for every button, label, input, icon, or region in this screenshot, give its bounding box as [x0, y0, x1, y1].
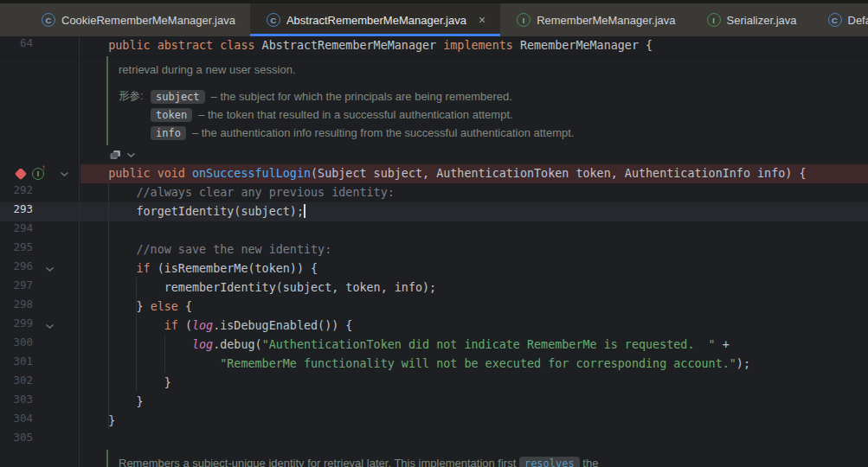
tab-label: DefaultSer: [848, 14, 868, 27]
gutter: 303: [0, 393, 80, 412]
gutter: I↑: [0, 164, 80, 183]
interface-icon: I: [707, 13, 721, 27]
code-line: 296 if (isRememberMe(token)) {: [0, 259, 868, 278]
code-line: 301 "RememberMe functionality will not b…: [0, 355, 868, 374]
gutter: 293: [0, 202, 80, 221]
code-line-text[interactable]: } else {: [80, 297, 868, 317]
gutter: 305: [0, 431, 80, 450]
javadoc-rendered-block: retrieval during a new user session. 形参:…: [106, 56, 868, 145]
line-number: 299: [13, 317, 33, 329]
code-line-text[interactable]: log.debug("AuthenticationToken did not i…: [80, 336, 868, 355]
javadoc-block-row-bottom: Remembers a subject-unique identity for …: [0, 450, 868, 467]
param-description: – the token that resulted in a successfu…: [198, 108, 513, 121]
editor-tab[interactable]: ISerializer.java: [691, 3, 812, 36]
method-breakpoint-icon[interactable]: [15, 168, 27, 180]
code-line-text[interactable]: }: [80, 374, 868, 393]
javadoc-param-row: token– the token that resulted in a succ…: [119, 106, 868, 124]
javadoc-text: the: [582, 457, 598, 467]
interface-icon: I: [517, 13, 530, 27]
code-line-text[interactable]: forgetIdentity(subject);: [80, 202, 868, 221]
code-line-text[interactable]: if (isRememberMe(token)) {: [80, 259, 868, 278]
annotation-icon[interactable]: [108, 148, 122, 162]
code-line-text[interactable]: if (log.isDebugEnabled()) {: [80, 317, 868, 336]
params-label: 形参:: [119, 89, 145, 104]
fold-chevron-icon[interactable]: [60, 171, 69, 177]
gutter: 292: [0, 183, 80, 202]
javadoc-text: Remembers a subject-unique identity for …: [119, 457, 516, 467]
indent-guide: [108, 182, 109, 429]
gutter: 297: [0, 278, 80, 297]
line-number: 294: [13, 221, 33, 234]
param-name-chip: subject: [151, 90, 205, 104]
javadoc-text: retrieval during a new user session.: [119, 61, 868, 80]
indent-guide: [164, 335, 165, 373]
gutter: 298: [0, 297, 80, 317]
gutter: 302: [0, 374, 80, 393]
param-description: – the authentication info resulting from…: [192, 126, 575, 139]
editor-tab[interactable]: CDefaultSer: [812, 3, 868, 36]
gutter: 296: [0, 259, 80, 278]
code-lines: I↑ public void onSuccessfulLogin(Subject…: [0, 164, 868, 450]
line-number: 305: [13, 431, 33, 444]
code-line-text[interactable]: public void onSuccessfulLogin(Subject su…: [80, 164, 868, 183]
code-line-text[interactable]: //always clear any previous identity:: [80, 183, 868, 202]
code-line: 293 forgetIdentity(subject);: [0, 202, 868, 221]
method-inlay-row: [80, 145, 868, 164]
text-caret: [304, 204, 305, 218]
javadoc-param-row: info– the authentication info resulting …: [119, 124, 868, 142]
code-line-text[interactable]: //now save the new identity:: [80, 240, 868, 259]
gutter: [0, 450, 80, 467]
code-line-text[interactable]: "RememberMe functionality will not be ex…: [80, 355, 868, 374]
tab-label: CookieRememberMeManager.java: [61, 14, 235, 27]
sticky-code-line[interactable]: public abstract class AbstractRememberMe…: [80, 36, 868, 55]
fold-chevron-icon[interactable]: [45, 323, 55, 329]
class-icon: C: [267, 13, 280, 27]
sticky-gutter: 64: [0, 36, 80, 55]
gutter: 300: [0, 336, 80, 355]
implements-method-icon[interactable]: I↑: [32, 168, 44, 180]
code-line: 299 if (log.isDebugEnabled()) {: [0, 317, 868, 336]
tab-label: Serializer.java: [727, 14, 797, 27]
editor-tab[interactable]: IRememberMeManager.java: [500, 3, 690, 36]
line-number: 301: [13, 355, 33, 368]
line-number: 298: [13, 297, 33, 310]
line-number: 292: [13, 183, 33, 196]
line-number: 302: [13, 374, 33, 387]
javadoc-params: 形参:subject– the subject for which the pr…: [119, 87, 868, 142]
sticky-header-line: 64 public abstract class AbstractRemembe…: [0, 36, 868, 56]
code-line-text[interactable]: [80, 221, 868, 240]
editor-tab-bar: CCookieRememberMeManager.javaCAbstractRe…: [0, 3, 868, 36]
implements-arrow-icon: ↑: [42, 163, 46, 172]
gutter-separator: [79, 36, 80, 467]
code-line: 297 rememberIdentity(subject, token, inf…: [0, 278, 868, 297]
line-number: 300: [13, 336, 33, 349]
editor-tab[interactable]: CAbstractRememberMeManager.java×: [250, 3, 500, 36]
code-line: I↑ public void onSuccessfulLogin(Subject…: [0, 164, 868, 183]
tab-label: RememberMeManager.java: [537, 14, 675, 27]
javadoc-code-link[interactable]: resolves: [519, 457, 580, 467]
active-tab-underline: [250, 34, 500, 36]
code-line: 292 //always clear any previous identity…: [0, 183, 868, 202]
editor[interactable]: retrieval during a new user session. 形参:…: [0, 56, 868, 467]
ide-window: CCookieRememberMeManager.javaCAbstractRe…: [0, 0, 868, 467]
sticky-line-number: 64: [20, 36, 33, 49]
line-number: 295: [13, 240, 33, 253]
javadoc-rendered-block-bottom: Remembers a subject-unique identity for …: [106, 450, 598, 467]
editor-tab[interactable]: CCookieRememberMeManager.java: [25, 3, 250, 36]
fold-chevron-icon[interactable]: [45, 266, 55, 272]
javadoc-param-row: 形参:subject– the subject for which the pr…: [119, 87, 868, 106]
code-line-text[interactable]: }: [80, 412, 868, 431]
tab-label: AbstractRememberMeManager.java: [286, 14, 466, 27]
gutter: 304: [0, 412, 80, 431]
code-line-text[interactable]: }: [80, 393, 868, 412]
code-line-text[interactable]: rememberIdentity(subject, token, info);: [80, 278, 868, 297]
gutter: 294: [0, 221, 80, 240]
class-icon: C: [828, 13, 842, 27]
line-number: 293: [13, 202, 33, 215]
code-line-text[interactable]: [80, 431, 868, 450]
code-line: 295 //now save the new identity:: [0, 240, 868, 259]
line-number: 296: [13, 259, 33, 272]
chevron-down-icon[interactable]: [126, 152, 136, 158]
close-icon[interactable]: ×: [479, 14, 485, 26]
line-number: 297: [13, 278, 33, 291]
